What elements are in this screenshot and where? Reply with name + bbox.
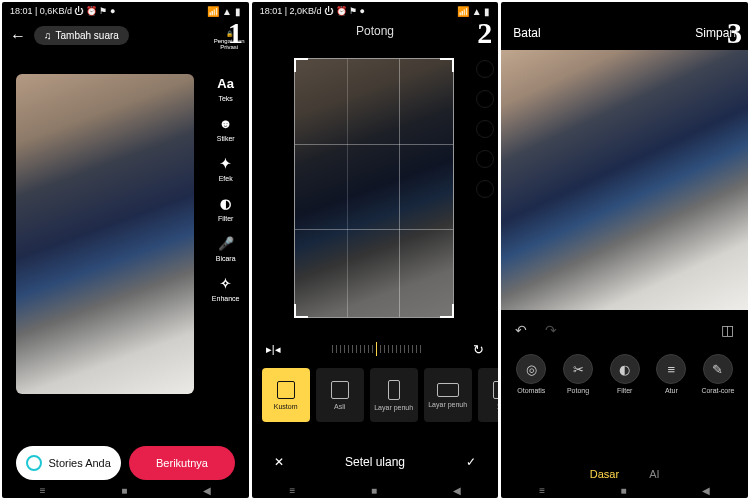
- undo-button[interactable]: ↶: [515, 322, 527, 338]
- nav-back-icon[interactable]: ◀: [203, 485, 211, 496]
- nav-home-icon[interactable]: ■: [371, 485, 377, 496]
- nav-menu-icon[interactable]: ≡: [40, 485, 46, 496]
- ratio-original[interactable]: Asli: [316, 368, 364, 422]
- confirm-crop-button[interactable]: ✓: [466, 455, 476, 469]
- crop-handle-tr[interactable]: [440, 58, 454, 72]
- tool-text[interactable]: AaTeks: [207, 72, 245, 102]
- tool-voice[interactable]: 🎤Bicara: [207, 232, 245, 262]
- add-sound-label: Tambah suara: [56, 30, 119, 41]
- landscape-ratio-icon: [437, 383, 459, 397]
- enhance-icon: ✧: [215, 272, 237, 294]
- panel-number: 2: [477, 16, 492, 50]
- original-ratio-icon: [331, 381, 349, 399]
- crop-title: Potong: [252, 20, 499, 42]
- crop-icon: ✂: [563, 354, 593, 384]
- tool-filter[interactable]: ◐Filter: [207, 192, 245, 222]
- crop-handle-br[interactable]: [440, 304, 454, 318]
- sticker-icon: ☻: [215, 112, 237, 134]
- tool-effect[interactable]: ✦Efek: [207, 152, 245, 182]
- tool-doodle[interactable]: ✎Corat-core: [696, 354, 740, 394]
- cancel-crop-button[interactable]: ✕: [274, 455, 284, 469]
- compare-button[interactable]: ◫: [721, 322, 734, 338]
- nav-back-icon[interactable]: ◀: [702, 485, 710, 496]
- aspect-ratio-row: Kustom Asli Layar penuh Layar penuh 1:1: [252, 368, 499, 422]
- rotation-slider[interactable]: [291, 340, 464, 358]
- preview-image[interactable]: [501, 50, 748, 310]
- redo-button[interactable]: ↷: [545, 322, 557, 338]
- status-bar: 18:01 | 2,0KB/d ⏻ ⏰ ⚑ ● 📶 ▲ ▮: [252, 2, 499, 20]
- tool-filter[interactable]: ◐Filter: [603, 354, 647, 394]
- panel-1-tiktok-editor: 1 18:01 | 0,6KB/d ⏻ ⏰ ⚑ ● 📶 ▲ ▮ ← ♫ Tamb…: [2, 2, 249, 498]
- edit-tool-row: ◎Otomatis ✂Potong ◐Filter ≡Atur ✎Corat-c…: [501, 354, 748, 394]
- story-ring-icon: [26, 455, 42, 471]
- nav-menu-icon[interactable]: ≡: [289, 485, 295, 496]
- tab-ai[interactable]: AI: [649, 468, 659, 480]
- filter-icon: ◐: [215, 192, 237, 214]
- music-note-icon: ♫: [44, 30, 52, 41]
- text-icon: Aa: [215, 72, 237, 94]
- panel-number: 1: [228, 16, 243, 50]
- ratio-1-1[interactable]: 1:1: [478, 368, 499, 422]
- crop-handle-tl[interactable]: [294, 58, 308, 72]
- tool-sticker[interactable]: ☻Stiker: [207, 112, 245, 142]
- status-left: 18:01 | 0,6KB/d ⏻ ⏰ ⚑ ●: [10, 6, 115, 16]
- tool-auto[interactable]: ◎Otomatis: [509, 354, 553, 394]
- next-button[interactable]: Berikutnya: [129, 446, 234, 480]
- reset-crop-button[interactable]: Setel ulang: [345, 455, 405, 469]
- panel-2-crop-editor: 2 18:01 | 2,0KB/d ⏻ ⏰ ⚑ ● 📶 ▲ ▮ Potong ▸…: [252, 2, 499, 498]
- status-right: 📶 ▲ ▮: [207, 6, 240, 17]
- effect-icon: ✦: [215, 152, 237, 174]
- add-sound-button[interactable]: ♫ Tambah suara: [34, 26, 129, 45]
- tool-enhance[interactable]: ✧Enhance: [207, 272, 245, 302]
- android-navbar: ≡ ■ ◀: [501, 482, 748, 498]
- custom-ratio-icon: [277, 381, 295, 399]
- square-ratio-icon: [493, 381, 499, 399]
- doodle-icon: ✎: [703, 354, 733, 384]
- back-icon[interactable]: ←: [10, 27, 26, 45]
- crop-frame[interactable]: [294, 58, 454, 318]
- tab-basic[interactable]: Dasar: [590, 468, 619, 480]
- mirror-button[interactable]: ▸|◂: [266, 343, 281, 356]
- ratio-fullscreen-landscape[interactable]: Layar penuh: [424, 368, 472, 422]
- ratio-custom[interactable]: Kustom: [262, 368, 310, 422]
- status-right: 📶 ▲ ▮: [457, 6, 490, 17]
- nav-menu-icon[interactable]: ≡: [539, 485, 545, 496]
- android-navbar: ≡ ■ ◀: [252, 482, 499, 498]
- next-label: Berikutnya: [156, 457, 208, 469]
- filter-icon: ◐: [610, 354, 640, 384]
- side-tool-rail-dimmed: [476, 60, 494, 198]
- status-bar: 18:01 | 0,6KB/d ⏻ ⏰ ⚑ ● 📶 ▲ ▮: [2, 2, 249, 20]
- nav-home-icon[interactable]: ■: [621, 485, 627, 496]
- nav-home-icon[interactable]: ■: [121, 485, 127, 496]
- editor-tabs: Dasar AI: [501, 468, 748, 480]
- tool-crop[interactable]: ✂Potong: [556, 354, 600, 394]
- mic-icon: 🎤: [215, 232, 237, 254]
- preview-image[interactable]: [16, 74, 194, 394]
- auto-icon: ◎: [516, 354, 546, 384]
- crop-preview-image: [295, 59, 453, 317]
- cancel-button[interactable]: Batal: [513, 26, 540, 40]
- status-left: 18:01 | 2,0KB/d ⏻ ⏰ ⚑ ●: [260, 6, 365, 16]
- tool-adjust[interactable]: ≡Atur: [649, 354, 693, 394]
- ratio-fullscreen-portrait[interactable]: Layar penuh: [370, 368, 418, 422]
- nav-back-icon[interactable]: ◀: [453, 485, 461, 496]
- portrait-ratio-icon: [388, 380, 400, 400]
- adjust-icon: ≡: [656, 354, 686, 384]
- panel-3-gallery-editor: 3 Batal Simpan ↶ ↷ ◫ ◎Otomatis ✂Potong ◐…: [501, 2, 748, 498]
- status-bar: [501, 2, 748, 20]
- your-stories-label: Stories Anda: [48, 457, 110, 469]
- crop-handle-bl[interactable]: [294, 304, 308, 318]
- android-navbar: ≡ ■ ◀: [2, 482, 249, 498]
- rotate-button[interactable]: ↻: [473, 342, 484, 357]
- panel-number: 3: [727, 16, 742, 50]
- editor-tool-rail: AaTeks ☻Stiker ✦Efek ◐Filter 🎤Bicara ✧En…: [207, 72, 245, 302]
- your-stories-button[interactable]: Stories Anda: [16, 446, 121, 480]
